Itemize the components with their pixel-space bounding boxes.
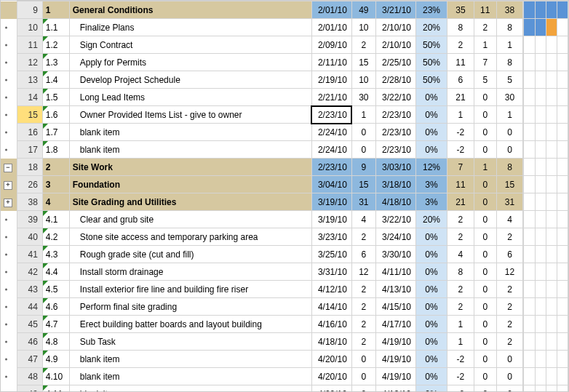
start-date-cell[interactable]: 4/12/10 [311,281,351,298]
end-date-cell[interactable]: 2/23/10 [375,141,415,159]
value1-cell[interactable]: -2 [447,141,474,159]
task-name-cell[interactable]: blank item [69,124,311,141]
wbs-cell[interactable]: 4.11 [42,385,69,393]
wbs-cell[interactable]: 4.3 [42,246,69,263]
outline-cell[interactable] [1,1,17,19]
outline-cell[interactable] [1,36,17,54]
wbs-cell[interactable]: 4.4 [42,263,69,281]
value3-cell[interactable]: 1 [496,106,523,124]
value2-cell[interactable]: 0 [474,281,496,298]
duration-cell[interactable]: 0 [351,351,375,368]
value3-cell[interactable]: 30 [496,89,523,106]
table-row[interactable]: 464.8Sub Task4/18/1024/19/100%102 [1,333,568,351]
wbs-cell[interactable]: 1 [42,1,69,19]
percent-cell[interactable]: 12% [416,159,447,176]
start-date-cell[interactable]: 3/04/10 [311,176,351,193]
end-date-cell[interactable]: 4/19/10 [375,385,415,393]
wbs-cell[interactable]: 2 [42,159,69,176]
task-name-cell[interactable]: blank item [69,141,311,159]
duration-cell[interactable]: 31 [351,193,375,211]
row-number[interactable]: 44 [17,298,43,316]
task-name-cell[interactable]: Develop Project Schedule [69,71,311,89]
value1-cell[interactable]: -2 [447,351,474,368]
value1-cell[interactable]: 1 [447,316,474,333]
task-name-cell[interactable]: Site Work [69,159,311,176]
start-date-cell[interactable]: 2/23/10 [311,159,351,176]
outline-cell[interactable] [1,141,17,159]
outline-cell[interactable] [1,298,17,316]
wbs-cell[interactable]: 4.9 [42,351,69,368]
row-number[interactable]: 42 [17,263,43,281]
percent-cell[interactable]: 0% [416,124,447,141]
duration-cell[interactable]: 0 [351,368,375,385]
row-number[interactable]: 9 [17,1,43,19]
value1-cell[interactable]: 2 [447,281,474,298]
start-date-cell[interactable]: 4/20/10 [311,385,351,393]
duration-cell[interactable]: 2 [351,228,375,246]
outline-cell[interactable] [1,124,17,141]
table-row[interactable]: 101.1Finalize Plans2/01/10102/10/1020%82… [1,19,568,36]
value3-cell[interactable]: 8 [496,19,523,36]
value1-cell[interactable]: 4 [447,246,474,263]
task-name-cell[interactable]: Install storm drainage [69,263,311,281]
percent-cell[interactable]: 0% [416,89,447,106]
percent-cell[interactable]: 20% [416,211,447,228]
task-name-cell[interactable]: General Conditions [69,1,311,19]
end-date-cell[interactable]: 3/22/10 [375,89,415,106]
row-number[interactable]: 47 [17,351,43,368]
table-row[interactable]: 434.5Install exterior fire line and buil… [1,281,568,298]
percent-cell[interactable]: 0% [416,263,447,281]
end-date-cell[interactable]: 4/19/10 [375,333,415,351]
end-date-cell[interactable]: 3/18/10 [375,176,415,193]
wbs-cell[interactable]: 3 [42,176,69,193]
task-name-cell[interactable]: Site Grading and Utilities [69,193,311,211]
row-number[interactable]: 43 [17,281,43,298]
task-name-cell[interactable]: Sub Task [69,333,311,351]
value2-cell[interactable]: 0 [474,176,496,193]
percent-cell[interactable]: 50% [416,71,447,89]
percent-cell[interactable]: 0% [416,333,447,351]
row-number[interactable]: 15 [17,106,43,124]
outline-cell[interactable] [1,71,17,89]
table-row[interactable]: 444.6Perform final site grading4/14/1024… [1,298,568,316]
wbs-cell[interactable]: 1.1 [42,19,69,36]
value2-cell[interactable]: 0 [474,298,496,316]
value3-cell[interactable]: 6 [496,246,523,263]
table-row[interactable]: 121.3Apply for Permits2/11/10152/25/1050… [1,54,568,71]
value2-cell[interactable]: 5 [474,71,496,89]
row-number[interactable]: 39 [17,211,43,228]
wbs-cell[interactable]: 1.3 [42,54,69,71]
value2-cell[interactable]: 0 [474,385,496,393]
outline-cell[interactable]: + [1,193,17,211]
value1-cell[interactable]: 1 [447,333,474,351]
duration-cell[interactable]: 4 [351,211,375,228]
end-date-cell[interactable]: 4/19/10 [375,368,415,385]
end-date-cell[interactable]: 2/28/10 [375,71,415,89]
table-row[interactable]: +263Foundation3/04/10153/18/103%11015 [1,176,568,193]
task-name-cell[interactable]: Erect building batter boards and layout … [69,316,311,333]
percent-cell[interactable]: 0% [416,106,447,124]
percent-cell[interactable]: 0% [416,281,447,298]
row-number[interactable]: 45 [17,316,43,333]
outline-cell[interactable]: + [1,176,17,193]
end-date-cell[interactable]: 3/30/10 [375,246,415,263]
task-name-cell[interactable]: Owner Provided Items List - give to owne… [69,106,311,124]
start-date-cell[interactable]: 4/20/10 [311,351,351,368]
percent-cell[interactable]: 0% [416,385,447,393]
outline-cell[interactable] [1,316,17,333]
value3-cell[interactable]: 2 [496,281,523,298]
outline-cell[interactable] [1,333,17,351]
row-number[interactable]: 17 [17,141,43,159]
end-date-cell[interactable]: 3/24/10 [375,228,415,246]
value3-cell[interactable]: 8 [496,54,523,71]
value1-cell[interactable]: 1 [447,106,474,124]
table-row[interactable]: 474.9blank item4/20/1004/19/100%-200 [1,351,568,368]
value2-cell[interactable]: 0 [474,211,496,228]
start-date-cell[interactable]: 2/19/10 [311,71,351,89]
table-row[interactable]: 141.5Long Lead Items2/21/10303/22/100%21… [1,89,568,106]
percent-cell[interactable]: 3% [416,193,447,211]
table-row[interactable]: 494.11blank item4/20/1004/19/100%-200 [1,385,568,393]
wbs-cell[interactable]: 1.5 [42,89,69,106]
end-date-cell[interactable]: 2/23/10 [375,106,415,124]
task-name-cell[interactable]: Perform final site grading [69,298,311,316]
